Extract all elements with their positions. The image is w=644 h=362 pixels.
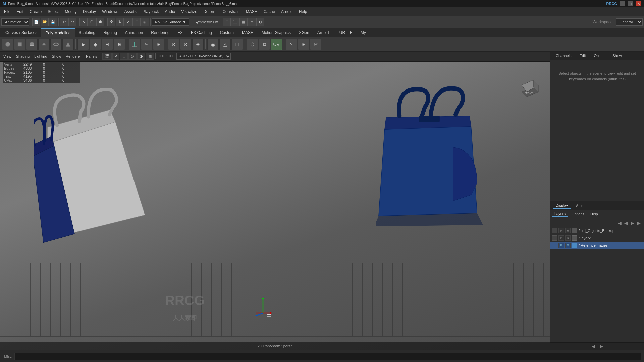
viewport-menu-shading[interactable]: Shading: [14, 53, 32, 60]
layer-r-1[interactable]: R: [565, 228, 571, 233]
tab-mash[interactable]: MASH: [238, 28, 258, 37]
tab-poly-modeling[interactable]: Poly Modeling: [41, 28, 74, 37]
layer-prev2-button[interactable]: ◀: [624, 220, 629, 226]
viewport-menu-panels[interactable]: Panels: [84, 53, 99, 60]
extrude-button[interactable]: ▶: [77, 39, 89, 50]
layer-r-3[interactable]: R: [565, 243, 571, 248]
camera-button[interactable]: 🎬: [102, 53, 112, 60]
tab-turtle[interactable]: TURTLE: [333, 28, 356, 37]
menu-file[interactable]: File: [1, 9, 13, 15]
workspace-select[interactable]: General+: [616, 18, 643, 26]
cube-button[interactable]: [14, 39, 25, 50]
view-cube[interactable]: FRONT: [517, 75, 543, 102]
layer-r-2[interactable]: R: [565, 235, 571, 241]
layer-prev-button[interactable]: ◀: [617, 220, 622, 226]
layer-vis-1[interactable]: [552, 228, 557, 233]
panel-scroll-left[interactable]: ◀: [589, 344, 597, 349]
layer-p-2[interactable]: P: [558, 235, 564, 241]
texture-toggle-button[interactable]: ▦: [146, 53, 154, 60]
tab-curves-surfaces[interactable]: Curves / Surfaces: [1, 28, 41, 37]
menu-create[interactable]: Create: [27, 9, 44, 15]
smooth-mesh-button[interactable]: ◉: [207, 39, 219, 50]
maximize-button[interactable]: □: [628, 1, 633, 6]
wireframe-overlay-button[interactable]: ⊡: [120, 53, 128, 60]
soft-manip-button[interactable]: ◎: [141, 18, 149, 26]
tab-motion-graphics[interactable]: Motion Graphics: [258, 28, 295, 37]
layer-vis-3[interactable]: [552, 243, 557, 248]
wireframe-button[interactable]: ⊡: [223, 18, 231, 26]
universal-manip-button[interactable]: ⊞: [132, 18, 141, 26]
merge-button[interactable]: ⊕: [114, 39, 125, 50]
bevel-button[interactable]: ◆: [90, 39, 101, 50]
options-tab[interactable]: Options: [569, 211, 587, 217]
viewport-menu-view[interactable]: View: [1, 53, 13, 60]
new-scene-button[interactable]: 📄: [32, 18, 40, 26]
uv-editor-button[interactable]: UV: [271, 39, 282, 50]
xray-button[interactable]: ◎: [128, 53, 137, 60]
open-scene-button[interactable]: 📂: [41, 18, 49, 26]
multi-cut-button[interactable]: ✂: [141, 39, 152, 50]
select-tool-button[interactable]: ↖: [79, 18, 88, 26]
viewport-menu-show[interactable]: Show: [50, 53, 63, 60]
menu-modify[interactable]: Modify: [62, 9, 79, 15]
paint-select-button[interactable]: ⬢: [96, 18, 104, 26]
workspace-dropdown[interactable]: Animation Modeling Rigging: [1, 18, 29, 26]
insert-edge-loop-button[interactable]: [129, 39, 140, 50]
duplicate-face-button[interactable]: ⧉: [259, 39, 270, 50]
unfold-button[interactable]: ⤣: [286, 39, 297, 50]
viewport-menu-renderer[interactable]: Renderer: [64, 53, 83, 60]
triangulate-button[interactable]: △: [219, 39, 231, 50]
redo-button[interactable]: ↪: [68, 18, 76, 26]
viewport-canvas[interactable]: FRONT RRCG人人家即 2D Pan/Zoom : persp: [0, 62, 550, 350]
sphere-button[interactable]: [2, 39, 13, 50]
quadrangulate-button[interactable]: □: [231, 39, 243, 50]
tab-rendering[interactable]: Rendering: [147, 28, 173, 37]
layer-row-old-objects[interactable]: P R / old_Objects_Backup: [550, 227, 644, 234]
tab-xgen[interactable]: XGen: [295, 28, 313, 37]
layer-row-layer2[interactable]: P R / layer2: [550, 234, 644, 242]
menu-arnold[interactable]: Arnold: [278, 9, 296, 15]
menu-constrain[interactable]: Constrain: [220, 9, 242, 15]
menu-visualize[interactable]: Visualize: [178, 9, 200, 15]
boolean-button[interactable]: ⊖: [192, 39, 204, 50]
mirror-button[interactable]: ⬡: [247, 39, 258, 50]
shading-toggle-button[interactable]: ◑: [137, 53, 145, 60]
cut-sew-button[interactable]: ✄: [310, 39, 321, 50]
tab-animation[interactable]: Animation: [121, 28, 147, 37]
smooth-button[interactable]: ⬛: [231, 18, 239, 26]
menu-help[interactable]: Help: [296, 9, 310, 15]
save-scene-button[interactable]: 💾: [49, 18, 57, 26]
panel-tab-display[interactable]: Display: [553, 203, 571, 209]
light-button[interactable]: ☀: [248, 18, 256, 26]
timeline-track[interactable]: [14, 353, 641, 360]
shadow-button[interactable]: ◐: [256, 18, 264, 26]
menu-select[interactable]: Select: [45, 9, 61, 15]
layer-row-reference-images[interactable]: P R / RefernceImages: [550, 242, 644, 249]
texture-button[interactable]: ▦: [239, 18, 248, 26]
tab-sculpting[interactable]: Sculpting: [75, 28, 99, 37]
menu-audio[interactable]: Audio: [162, 9, 178, 15]
tab-arnold[interactable]: Arnold: [313, 28, 333, 37]
cone-button[interactable]: [62, 39, 74, 50]
layout-button[interactable]: ⊞: [298, 39, 309, 50]
help-tab[interactable]: Help: [588, 211, 601, 217]
tab-fx[interactable]: FX: [174, 28, 187, 37]
no-live-surface-button[interactable]: No Live Surface ▼: [152, 18, 189, 26]
persp-button[interactable]: P: [112, 53, 119, 60]
torus-button[interactable]: [50, 39, 62, 50]
color-space-select[interactable]: ACES 1.0 SDR-video (sRGB): [176, 53, 231, 60]
layer-p-1[interactable]: P: [558, 228, 564, 233]
menu-playback[interactable]: Playback: [140, 9, 162, 15]
connect-button[interactable]: ⊞: [153, 39, 164, 50]
menu-windows[interactable]: Windows: [99, 9, 121, 15]
menu-edit[interactable]: Edit: [14, 9, 26, 15]
separate-button[interactable]: ⊘: [180, 39, 192, 50]
show-header-btn[interactable]: Show: [610, 53, 625, 58]
menu-mash[interactable]: MASH: [243, 9, 260, 15]
menu-cache[interactable]: Cache: [261, 9, 278, 15]
combine-button[interactable]: ⊙: [168, 39, 179, 50]
layer-vis-2[interactable]: [552, 235, 557, 241]
menu-deform[interactable]: Deform: [201, 9, 219, 15]
panel-tab-anim[interactable]: Anim: [573, 203, 587, 208]
layer-p-3[interactable]: P: [558, 243, 564, 248]
